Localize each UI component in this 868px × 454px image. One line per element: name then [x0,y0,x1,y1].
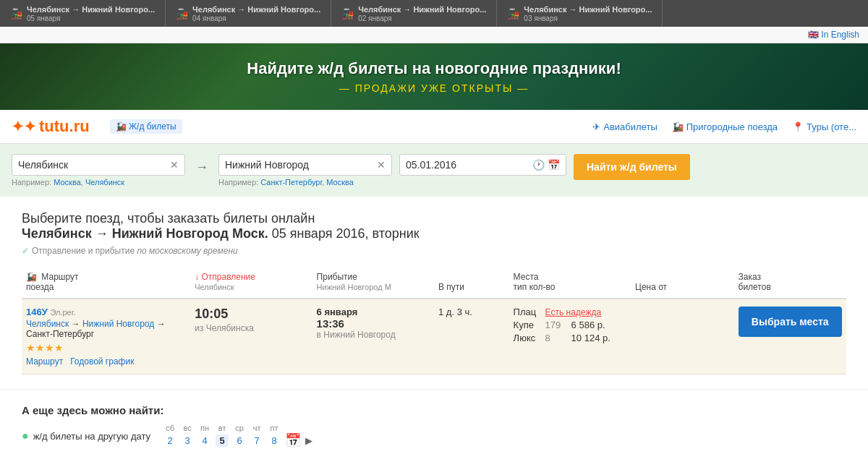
train-links: Маршрут Годовой график [26,356,186,367]
td-depart: 10:05 из Челябинска [190,299,312,374]
seat-count-kupe: 179 [545,320,567,330]
schedule-link[interactable]: Годовой график [70,356,134,367]
nav-avia-label: Авиабилеты [603,121,657,132]
day-header-pt: пт [268,424,281,432]
th-depart-city: Челябинск [195,283,234,291]
tab-2-route: Челябинск → Нижний Новгоро... [192,5,320,14]
other-dates-row: ● ж/д билеты на другую дату сб вс пн вт … [22,424,846,448]
tab-4[interactable]: 🚂 Челябинск → Нижний Новгоро... 03 январ… [497,0,663,27]
seat-type-plac: Плац [514,307,541,317]
order-button[interactable]: Выбрать места [739,307,842,337]
arrive-at: в Нижний Новгород [317,330,430,340]
date-3[interactable]: 3 [181,435,194,446]
search-bar: ✕ Например: Москва, Челябинск → ✕ Наприм… [0,144,868,197]
th-arrive-label: Прибытие [317,272,357,282]
th-route: 🚂 Маршрутпоезда [22,266,190,299]
avia-icon: ✈ [592,121,600,132]
clock-icon[interactable]: 🕐 [532,159,545,171]
date-4[interactable]: 4 [198,435,211,446]
tab-3[interactable]: 🚂 Челябинск → Нижний Новгоро... 02 январ… [331,0,497,27]
date-field: 🕐 📅 [399,154,566,176]
nav-avia[interactable]: ✈ Авиабилеты [592,121,657,132]
route-link[interactable]: Маршрут [26,356,63,367]
to-hint: Например: Санкт-Петербург, Москва [218,178,392,187]
nav-tours-label: Туры (оте... [807,121,856,132]
th-travel: В пути [434,266,509,299]
nav-links: ✈ Авиабилеты 🚂 Пригородные поезда 📍 Туры… [592,121,856,132]
to-field: ✕ Например: Санкт-Петербург, Москва [218,154,392,187]
seat-type-luks: Люкс [514,333,541,343]
route-end: Санкт-Петербург [26,329,94,339]
th-arrive: Прибытие Нижний Новгород М [312,266,434,299]
banner-title: Найдите ж/д билеты на новогодние праздни… [7,59,861,78]
seat-type-kupe: Купе [514,320,541,330]
results-title-prefix: Выберите поезд, чтобы заказать билеты он… [22,211,315,226]
day-header-sb: сб [163,424,176,432]
th-seats: Местатип кол-во [509,266,631,299]
depart-time: 10:05 [195,307,307,322]
english-label: In English [821,30,859,40]
site-header: ✦✦ tutu.ru 🚂 Ж/д билеты ✈ Авиабилеты 🚂 П… [0,110,868,144]
seat-plac: Плац Есть надежда [514,307,626,317]
section-badge: 🚂 Ж/д билеты [110,119,182,134]
date-7[interactable]: 7 [250,435,263,446]
seat-count-luks: 8 [545,333,567,343]
arrive-date: 6 января [317,307,430,317]
date-picker-mini: сб вс пн вт ср чт пт 2 3 4 5 6 7 8 📅 ▶ [161,424,312,448]
sort-icon: 🚂 [26,272,36,282]
day-header-cht: чт [250,424,263,432]
nav-suburban[interactable]: 🚂 Пригородные поезда [672,121,778,132]
route-to-link[interactable]: Нижний Новгород [82,319,154,329]
promo-banner: Найдите ж/д билеты на новогодние праздни… [0,43,868,110]
logo-text: tutu.ru [39,117,90,136]
from-clear-icon[interactable]: ✕ [170,159,179,171]
td-seats: Плац Есть надежда Купе 179 6 586 р. Люкс… [509,299,631,374]
to-hint-link1[interactable]: Санкт-Петербург [260,178,322,187]
td-travel: 1 д. 3 ч. [434,299,509,374]
train-route-text: Челябинск → Нижний Новгород → Санкт-Пете… [26,319,186,339]
banner-subtitle: — ПРОДАЖИ УЖЕ ОТКРЫТЫ — [7,82,861,94]
seat-hope[interactable]: Есть надежда [545,307,602,317]
train-number[interactable]: 146У [26,307,48,317]
date-2[interactable]: 2 [163,435,176,446]
day-header-vs: вс [181,424,194,432]
date-5[interactable]: 5 [216,434,229,447]
results-table: 🚂 Маршрутпоезда ↓ Отправление Челябинск … [22,266,846,374]
tab-4-route: Челябинск → Нижний Новгоро... [524,5,652,14]
train-nav-icon: 🚂 [116,121,127,132]
tab-3-route: Челябинск → Нижний Новгоро... [358,5,486,14]
tours-icon: 📍 [792,121,804,132]
english-link[interactable]: 🇬🇧 In English [808,30,859,40]
travel-time: 1 д. 3 ч. [438,307,505,317]
nav-tours[interactable]: 📍 Туры (оте... [792,121,856,132]
date-6[interactable]: 6 [233,435,246,446]
th-depart-label: ↓ Отправление [195,272,255,282]
calendar-icon[interactable]: 📅 [548,159,560,171]
from-hint-link1[interactable]: Москва [54,178,81,187]
table-row: 146У Эл.рег. Челябинск → Нижний Новгород… [22,299,846,374]
route-from-link[interactable]: Челябинск [26,319,69,329]
date-8[interactable]: 8 [268,435,281,446]
th-price: Цена от [631,266,734,299]
tab-1[interactable]: 🚂 Челябинск → Нижний Новгоро... 05 январ… [0,0,166,27]
calendar-arrow-icon[interactable]: ▶ [305,435,312,446]
date-input[interactable] [406,159,532,171]
to-clear-icon[interactable]: ✕ [377,159,386,171]
train-icon-3: 🚂 [341,8,354,20]
moscow-time-note: ✓ Отправление и прибытие по московскому … [22,246,846,256]
tab-2-date: 04 января [192,14,320,22]
search-button[interactable]: Найти ж/д билеты [574,154,690,180]
flag-icon: 🇬🇧 [808,30,819,40]
from-hint-link2[interactable]: Челябинск [85,178,124,187]
tab-2[interactable]: 🚂 Челябинск → Нижний Новгоро... 04 январ… [166,0,331,27]
th-depart[interactable]: ↓ Отправление Челябинск [190,266,312,299]
to-hint-link2[interactable]: Москва [326,178,354,187]
calendar-mini-icon[interactable]: 📅 [285,432,301,448]
to-input[interactable] [225,159,374,171]
arrive-time: 13:36 [317,317,430,330]
day-header-sr: ср [233,424,246,432]
from-input[interactable] [18,159,167,171]
from-hint: Например: Москва, Челябинск [12,178,185,187]
check-icon: ✓ [22,246,29,256]
train-num-wrap: 146У Эл.рег. [26,307,186,317]
